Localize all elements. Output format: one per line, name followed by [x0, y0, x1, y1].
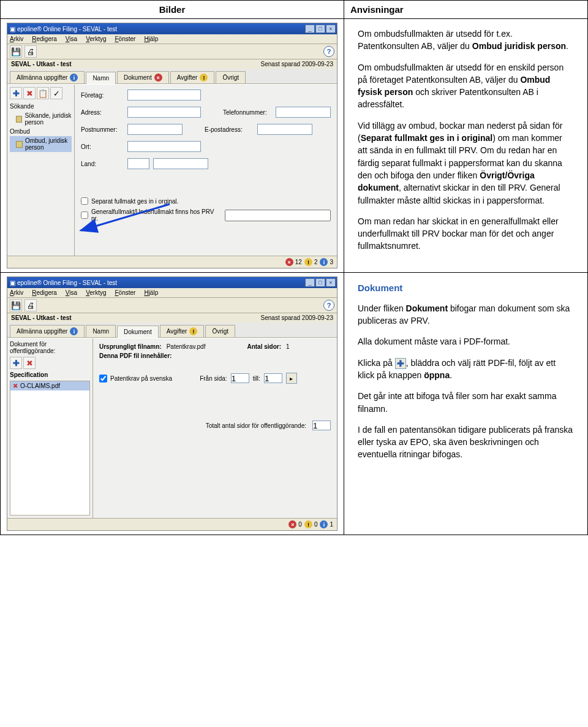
- folder-icon: [16, 141, 23, 148]
- error-badge-icon: ×: [154, 74, 162, 82]
- help-icon[interactable]: ?: [323, 46, 334, 57]
- menu-hjalp[interactable]: Hjälp: [144, 289, 158, 296]
- input-ort[interactable]: [127, 141, 201, 152]
- form-area: Företag: Adress: Telefonnummer: Postnumm…: [75, 85, 337, 256]
- tab-namn[interactable]: Namn: [86, 72, 116, 84]
- window-title: epoline® Online Filing - SEVAL - test: [17, 26, 117, 32]
- side-heading: Dokument för offentliggörande:: [10, 341, 90, 354]
- subtitle-bar: SEVAL - Utkast - test Senast sparad 2009…: [7, 313, 337, 322]
- document-list: ✖ O-CLAIMS.pdf: [10, 381, 90, 516]
- add-icon: ✚: [395, 358, 406, 369]
- value-orig-filename: Patentkrav.pdf: [167, 343, 206, 350]
- label-telefon: Telefonnummer:: [223, 109, 272, 116]
- menu-fonster[interactable]: Fönster: [115, 36, 135, 42]
- delete-button[interactable]: ✖: [23, 357, 36, 369]
- add-button[interactable]: ✚: [10, 87, 22, 99]
- input-total-pages[interactable]: [312, 421, 331, 430]
- statusbar: ×0 !0 i1: [7, 518, 337, 530]
- section-heading-dokument: Dokument: [358, 281, 574, 295]
- warn-badge-icon: !: [304, 258, 312, 266]
- page-picker-button[interactable]: ▸: [286, 373, 297, 384]
- tab-ovrigt[interactable]: Övrigt: [205, 325, 235, 337]
- doc-detail: Ursprungligt filnamn: Patentkrav.pdf Ant…: [93, 338, 337, 518]
- delete-button[interactable]: ✖: [23, 87, 36, 99]
- close-button[interactable]: ×: [326, 25, 336, 33]
- copy-button[interactable]: 📋: [37, 87, 49, 99]
- input-fullmakt-nr[interactable]: [225, 210, 331, 221]
- save-icon[interactable]: 💾: [10, 45, 22, 58]
- remove-icon[interactable]: ✖: [13, 383, 18, 389]
- input-land[interactable]: [153, 158, 208, 169]
- tree-item-sokande[interactable]: Sökande, juridisk person: [10, 111, 72, 127]
- input-epost[interactable]: [257, 124, 312, 135]
- label-separat-fullmakt: Separat fullmakt ges in i orginal.: [91, 198, 178, 205]
- input-land-code[interactable]: [127, 158, 149, 169]
- menu-fonster[interactable]: Fönster: [115, 289, 135, 296]
- tab-allmanna[interactable]: Allmänna uppgifteri: [10, 325, 85, 337]
- warn-badge-icon: !: [200, 74, 208, 82]
- tab-avgifter[interactable]: Avgifter!: [170, 71, 215, 83]
- tab-namn[interactable]: Namn: [86, 325, 116, 337]
- label-page-count: Antal sidor:: [247, 343, 281, 350]
- subtitle-bar: SEVAL - Utkast - test Senast sparad 2009…: [7, 59, 337, 69]
- tab-dokument[interactable]: Dokument: [117, 325, 159, 338]
- input-telefon[interactable]: [276, 107, 331, 118]
- menu-redigera[interactable]: Redigera: [32, 289, 57, 296]
- menu-verktyg[interactable]: Verktyg: [86, 36, 106, 42]
- menu-arkiv[interactable]: Arkiv: [10, 289, 23, 296]
- app-icon: ▣: [10, 280, 15, 286]
- minimize-button[interactable]: _: [305, 25, 315, 33]
- save-icon[interactable]: 💾: [10, 299, 22, 311]
- tab-avgifter[interactable]: Avgifter!: [160, 325, 205, 337]
- checkbox-generalfullmakt[interactable]: [81, 211, 88, 219]
- error-badge-icon: ×: [285, 258, 293, 266]
- input-postnummer[interactable]: [127, 124, 183, 135]
- input-foretag[interactable]: [127, 89, 201, 101]
- label-land: Land:: [81, 161, 124, 167]
- label-postnummer: Postnummer:: [81, 126, 124, 133]
- label-orig-filename: Ursprungligt filnamn:: [99, 343, 162, 350]
- input-adress[interactable]: [127, 107, 201, 118]
- titlebar: ▣ epoline® Online Filing - SEVAL - test …: [7, 23, 337, 34]
- menu-arkiv[interactable]: Arkiv: [10, 36, 23, 42]
- instructions-1: Om ombudsfullmakten är utsedd för t.ex. …: [350, 23, 581, 266]
- checkbox-patentkrav[interactable]: [99, 375, 107, 383]
- add-button[interactable]: ✚: [10, 357, 22, 369]
- menu-redigera[interactable]: Redigera: [32, 36, 57, 42]
- help-icon[interactable]: ?: [323, 300, 334, 311]
- menu-verktyg[interactable]: Verktyg: [86, 289, 106, 296]
- value-page-count: 1: [286, 343, 290, 350]
- window-title: epoline® Online Filing - SEVAL - test: [17, 280, 117, 286]
- print-icon[interactable]: 🖨: [24, 299, 37, 311]
- input-from-page[interactable]: [231, 373, 249, 383]
- print-icon[interactable]: 🖨: [24, 45, 37, 58]
- input-to-page[interactable]: [264, 373, 282, 383]
- menu-visa[interactable]: Visa: [66, 289, 77, 296]
- list-item[interactable]: ✖ O-CLAIMS.pdf: [10, 381, 89, 390]
- tab-dokument[interactable]: Dokument×: [117, 71, 169, 83]
- tab-ovrigt[interactable]: Övrigt: [216, 71, 246, 83]
- toolbar: 💾 🖨 ?: [7, 298, 337, 313]
- label-foretag: Företag:: [81, 92, 124, 99]
- doc-title: SEVAL - Utkast - test: [11, 314, 72, 321]
- label-to-page: till:: [253, 375, 260, 382]
- menu-visa[interactable]: Visa: [66, 36, 77, 42]
- info-badge-icon: i: [320, 258, 328, 266]
- tree-item-ombud[interactable]: Ombud, juridisk person: [10, 136, 72, 152]
- maximize-button[interactable]: □: [315, 278, 325, 287]
- label-pdf-contains: Denna PDF fil innehåller:: [99, 352, 331, 359]
- screenshot-2: ▣ epoline® Online Filing - SEVAL - test …: [7, 276, 337, 531]
- side-panel: ✚ ✖ 📋 ✓ Sökande Sökande, juridisk person: [7, 85, 75, 256]
- info-badge-icon: i: [70, 74, 78, 82]
- checkbox-separat-fullmakt[interactable]: [81, 197, 88, 205]
- close-button[interactable]: ×: [326, 278, 336, 287]
- warn-badge-icon: !: [304, 520, 312, 528]
- menu-hjalp[interactable]: Hjälp: [144, 36, 158, 42]
- group-specification: Specification: [10, 371, 90, 378]
- check-button[interactable]: ✓: [50, 87, 62, 99]
- tabs: Allmänna uppgifteri Namn Dokument× Avgif…: [7, 69, 337, 84]
- maximize-button[interactable]: □: [315, 25, 325, 33]
- label-from-page: Från sida:: [200, 375, 227, 382]
- tab-allmanna[interactable]: Allmänna uppgifteri: [10, 71, 85, 83]
- minimize-button[interactable]: _: [305, 278, 315, 287]
